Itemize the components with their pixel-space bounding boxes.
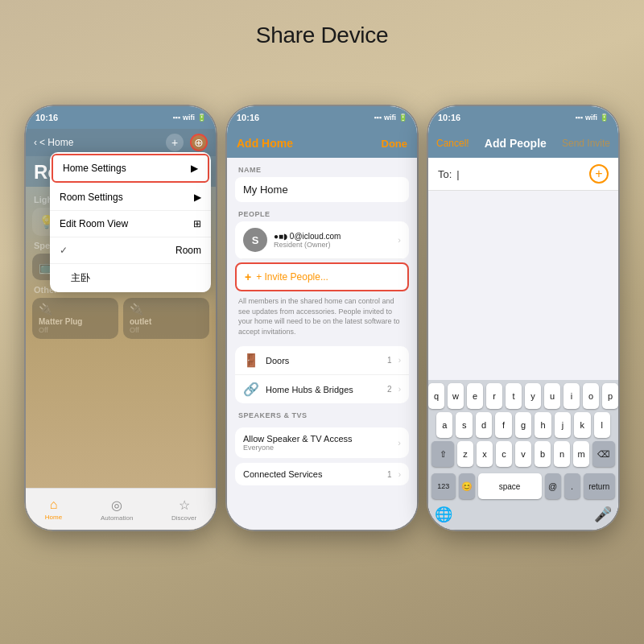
- back-label: < Home: [39, 137, 73, 148]
- battery-icon: 🔋: [197, 114, 206, 122]
- emoji-key[interactable]: 😊: [459, 473, 475, 499]
- space-key[interactable]: space: [478, 473, 542, 499]
- key-j[interactable]: j: [555, 412, 571, 438]
- done-button[interactable]: Done: [382, 138, 408, 150]
- status-bar-1: 10:16 ▪▪▪ wifi 🔋: [26, 106, 216, 129]
- return-key[interactable]: return: [584, 473, 615, 499]
- dropdown-room-chinese[interactable]: 主卧: [50, 264, 211, 292]
- period-key[interactable]: .: [564, 473, 580, 499]
- numbers-key[interactable]: 123: [431, 473, 456, 499]
- battery-icon-3: 🔋: [600, 114, 609, 122]
- key-i[interactable]: i: [564, 383, 580, 409]
- phone-1: 10:16 ▪▪▪ wifi 🔋 ‹ < Home + ⊕: [24, 105, 217, 531]
- phone-3: 10:16 ▪▪▪ wifi 🔋 Cancel! Add People Send…: [427, 105, 620, 531]
- status-icons-1: ▪▪▪ wifi 🔋: [172, 114, 206, 122]
- hubs-row[interactable]: 🔗 Home Hubs & Bridges 2 ›: [235, 375, 409, 403]
- home-accessories-list: 🚪 Doors 1 › 🔗 Home Hubs & Bridges 2 ›: [235, 346, 409, 403]
- home-settings-label: Home Settings: [63, 163, 126, 174]
- key-t[interactable]: t: [506, 383, 522, 409]
- key-k[interactable]: k: [574, 412, 590, 438]
- person-role: Resident (Owner): [274, 241, 391, 249]
- plug-icon-2: 🔌: [130, 303, 203, 316]
- dropdown-edit-room[interactable]: Edit Room View ⊞: [50, 211, 211, 237]
- status-bar-3: 10:16 ▪▪▪ wifi 🔋: [428, 106, 618, 129]
- cursor: |: [456, 168, 459, 180]
- delete-key[interactable]: ⌫: [592, 441, 615, 467]
- hubs-label: Home Hubs & Bridges: [266, 385, 381, 394]
- wifi-icon-3: wifi: [585, 114, 597, 122]
- tab-bar-1: ⌂ Home ◎ Automation ☆ Discover: [26, 488, 216, 530]
- plug-status-1: Off: [39, 326, 112, 334]
- dropdown-room-settings[interactable]: Room Settings ▶: [50, 184, 211, 211]
- speaker-access-row[interactable]: Allow Speaker & TV Access Everyone ›: [235, 427, 409, 458]
- key-r[interactable]: r: [486, 383, 502, 409]
- key-y[interactable]: y: [525, 383, 541, 409]
- automation-tab-icon: ◎: [111, 497, 122, 513]
- dropdown-room-option[interactable]: ✓ Room: [50, 237, 211, 264]
- keyboard-row-4: 123 😊 space @ . return: [428, 470, 618, 502]
- connected-services-arrow-icon: ›: [398, 470, 401, 479]
- checkmark-icon: ✓: [60, 245, 68, 256]
- mic-icon[interactable]: 🎤: [594, 506, 612, 523]
- key-e[interactable]: e: [467, 383, 483, 409]
- key-f[interactable]: f: [495, 412, 511, 438]
- person-info: ●■◗ 0@icloud.com Resident (Owner): [274, 232, 391, 249]
- device-row: 🔌 Matter Plug Off 🔌 outlet Off: [32, 298, 209, 339]
- speaker-arrow-icon: ›: [398, 438, 401, 448]
- status-bar-2: 10:16 ▪▪▪ wifi 🔋: [227, 106, 417, 129]
- keyboard: q w e r t y u i o p a s d f g: [428, 380, 618, 530]
- key-v[interactable]: v: [515, 441, 531, 467]
- signal-icon: ▪▪▪: [172, 114, 180, 122]
- info-text: All members in the shared home can contr…: [227, 291, 417, 341]
- doors-icon: 🚪: [243, 353, 259, 368]
- key-q[interactable]: q: [428, 383, 444, 409]
- cancel-button[interactable]: Cancel!: [436, 138, 469, 149]
- back-button[interactable]: ‹ < Home: [34, 137, 73, 148]
- home-name-field[interactable]: My Home: [235, 177, 409, 202]
- plug-icon-1: 🔌: [39, 303, 112, 316]
- tab-automation-label: Automation: [101, 514, 133, 522]
- key-p[interactable]: p: [602, 383, 618, 409]
- connected-services-count: 1: [387, 470, 392, 479]
- to-label: To:: [438, 168, 452, 180]
- key-m[interactable]: m: [573, 441, 589, 467]
- more-button[interactable]: ⊕: [190, 134, 208, 151]
- key-z[interactable]: z: [457, 441, 473, 467]
- tab-automation[interactable]: ◎ Automation: [101, 497, 133, 522]
- key-l[interactable]: l: [594, 412, 610, 438]
- nav-bar-2: Add Home Done: [227, 129, 417, 158]
- hubs-count: 2: [387, 385, 392, 394]
- globe-icon[interactable]: 🌐: [435, 506, 452, 523]
- key-o[interactable]: o: [583, 383, 599, 409]
- key-g[interactable]: g: [515, 412, 531, 438]
- key-c[interactable]: c: [496, 441, 512, 467]
- key-a[interactable]: a: [436, 412, 452, 438]
- add-contact-button[interactable]: +: [589, 164, 609, 184]
- plug-name-2: outlet: [130, 317, 203, 326]
- add-people-title: Add People: [485, 137, 547, 150]
- shift-key[interactable]: ⇧: [431, 441, 454, 467]
- speakers-section-card: Allow Speaker & TV Access Everyone ›: [235, 427, 409, 458]
- tab-home[interactable]: ⌂ Home: [45, 497, 62, 521]
- send-invite-button[interactable]: Send Invite: [562, 138, 610, 149]
- speakers-section-header: SPEAKERS & TVS: [227, 403, 417, 423]
- dropdown-home-settings[interactable]: Home Settings ▶: [52, 154, 209, 183]
- invite-people-button[interactable]: + + Invite People...: [235, 262, 409, 291]
- nav-bar-3: Cancel! Add People Send Invite: [428, 129, 618, 158]
- key-n[interactable]: n: [554, 441, 570, 467]
- key-h[interactable]: h: [535, 412, 551, 438]
- connected-services-row[interactable]: Connected Services 1 ›: [235, 463, 409, 485]
- key-w[interactable]: w: [448, 383, 464, 409]
- key-x[interactable]: x: [477, 441, 493, 467]
- person-avatar: S: [243, 228, 267, 252]
- add-button[interactable]: +: [166, 134, 184, 151]
- at-key[interactable]: @: [545, 473, 561, 499]
- key-u[interactable]: u: [544, 383, 560, 409]
- doors-row[interactable]: 🚪 Doors 1 ›: [235, 346, 409, 375]
- key-b[interactable]: b: [535, 441, 551, 467]
- key-s[interactable]: s: [456, 412, 472, 438]
- person-row-owner[interactable]: S ●■◗ 0@icloud.com Resident (Owner) ›: [235, 221, 409, 259]
- outlet-card: 🔌 outlet Off: [123, 298, 209, 339]
- key-d[interactable]: d: [476, 412, 492, 438]
- tab-discover[interactable]: ☆ Discover: [171, 497, 196, 522]
